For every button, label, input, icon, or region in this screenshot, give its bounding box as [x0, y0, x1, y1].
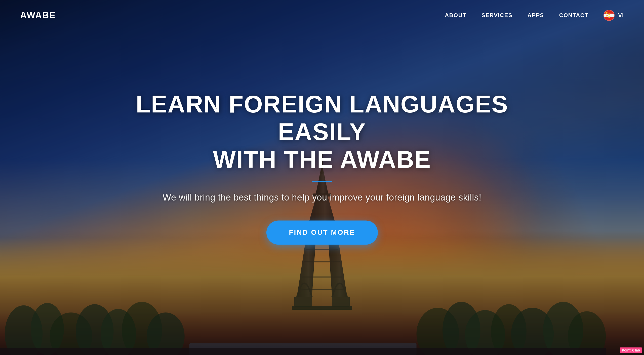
hero-section: AWABE ABOUT SERVICES APPS CONTACT ★ VI L… [0, 0, 644, 355]
navbar: AWABE ABOUT SERVICES APPS CONTACT ★ VI [0, 0, 644, 30]
language-flag: ★ [603, 10, 615, 21]
hero-content: LEARN FOREIGN LANGUAGES EASILY WITH THE … [121, 90, 523, 245]
brand-logo: AWABE [20, 10, 56, 21]
find-out-more-button[interactable]: FIND OUT MORE [266, 220, 378, 245]
flag-inner: ★ [604, 10, 614, 20]
nav-links-container: ABOUT SERVICES APPS CONTACT ★ VI [445, 10, 624, 21]
hero-title-line2: WITH THE AWABE [213, 146, 431, 173]
nav-link-about[interactable]: ABOUT [445, 12, 466, 19]
hero-title-line1: LEARN FOREIGN LANGUAGES EASILY [136, 91, 508, 145]
flag-star: ★ [606, 13, 609, 17]
hero-divider [312, 181, 332, 182]
language-code: VI [618, 12, 624, 19]
hero-title: LEARN FOREIGN LANGUAGES EASILY WITH THE … [121, 90, 523, 174]
nav-link-contact[interactable]: CONTACT [559, 12, 588, 19]
language-switcher[interactable]: ★ VI [603, 10, 624, 21]
hero-subtitle: We will bring the best things to help yo… [121, 192, 523, 203]
watermark: Point X lab [620, 347, 642, 353]
nav-link-apps[interactable]: APPS [528, 12, 544, 19]
nav-link-services[interactable]: SERVICES [481, 12, 512, 19]
